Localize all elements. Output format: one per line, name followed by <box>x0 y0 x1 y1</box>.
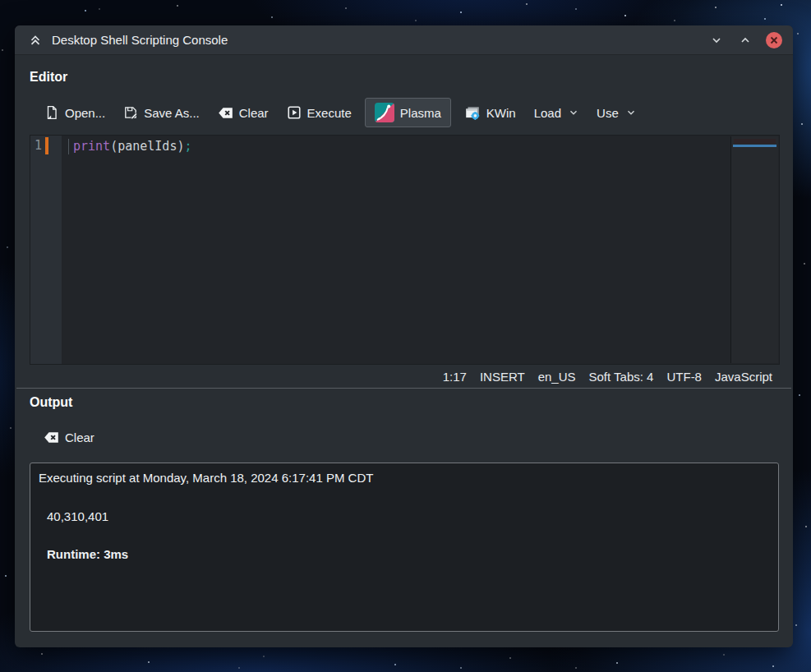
icon-border-line <box>68 139 69 154</box>
chevron-down-icon <box>569 108 578 117</box>
chevron-down-icon <box>626 108 636 117</box>
execute-button-label: Execute <box>307 106 352 120</box>
input-mode[interactable]: INSERT <box>480 370 525 384</box>
execute-button[interactable]: Execute <box>287 105 352 120</box>
use-menu-button[interactable]: Use <box>597 106 636 120</box>
open-button-label: Open... <box>65 106 105 120</box>
minimap-text-preview <box>734 139 776 144</box>
output-area[interactable]: Executing script at Monday, March 18, 20… <box>30 463 779 632</box>
window-title: Desktop Shell Scripting Console <box>52 33 707 47</box>
output-toolbar: Clear <box>44 426 94 448</box>
backspace-clear-icon <box>44 430 59 445</box>
run-play-icon <box>287 105 302 120</box>
document-open-icon <box>44 105 59 120</box>
code-token-paren: ) <box>177 137 184 155</box>
maximize-button[interactable] <box>736 31 754 49</box>
close-x-icon <box>765 31 783 49</box>
tab-settings[interactable]: Soft Tabs: 4 <box>589 370 654 384</box>
save-as-button[interactable]: Save As... <box>123 105 200 120</box>
chevron-down-icon <box>709 33 724 48</box>
window-content: Editor Open... <box>15 56 793 647</box>
scripting-console-window: Desktop Shell Scripting Console Editor <box>15 25 793 647</box>
minimize-button[interactable] <box>707 31 726 49</box>
double-chevron-up-icon <box>28 33 43 48</box>
open-button[interactable]: Open... <box>44 105 105 120</box>
minimap-visible-region <box>733 145 776 147</box>
code-token-semicolon: ; <box>184 137 191 155</box>
editor-statusbar: 1:17 INSERT en_US Soft Tabs: 4 UTF-8 Jav… <box>30 365 772 388</box>
window-controls <box>707 31 783 49</box>
language-mode[interactable]: JavaScript <box>715 370 772 384</box>
code-line: print(panelIds); <box>68 137 779 155</box>
starfield-wallpaper <box>0 0 2 2</box>
chevron-up-icon <box>738 33 753 48</box>
code-token-identifier: panelIds <box>118 137 177 155</box>
cursor-position[interactable]: 1:17 <box>443 370 467 384</box>
output-line-runtime: Runtime: 3ms <box>47 547 770 561</box>
plasma-toggle-button[interactable]: Plasma <box>365 98 451 127</box>
backspace-clear-icon <box>218 105 233 121</box>
encoding[interactable]: UTF-8 <box>666 370 702 384</box>
section-separator <box>16 388 791 389</box>
minimap-scrollbar[interactable] <box>730 136 778 363</box>
editor-toolbar: Open... Save As... <box>44 98 636 127</box>
code-token-keyword: print <box>73 137 110 155</box>
kwin-toggle-button[interactable]: KWin <box>464 104 516 121</box>
line-number-gutter: 1 <box>30 136 62 364</box>
load-menu-label: Load <box>534 106 561 120</box>
output-heading: Output <box>30 395 72 410</box>
document-save-as-icon <box>123 105 138 120</box>
titlebar[interactable]: Desktop Shell Scripting Console <box>15 25 793 55</box>
code-token-paren: ( <box>110 137 118 155</box>
load-menu-button[interactable]: Load <box>534 106 578 120</box>
kwin-toggle-label: KWin <box>486 106 516 120</box>
editor-heading: Editor <box>30 70 67 85</box>
code-editor[interactable]: 1 print(panelIds); <box>30 135 780 365</box>
modified-line-indicator <box>45 137 48 154</box>
output-clear-button[interactable]: Clear <box>44 430 94 445</box>
output-clear-label: Clear <box>65 430 94 444</box>
output-line-result: 40,310,401 <box>47 509 770 523</box>
use-menu-label: Use <box>597 106 619 120</box>
code-text-area[interactable]: print(panelIds); <box>62 136 779 364</box>
kwin-window-gear-icon <box>464 104 481 121</box>
line-number: 1 <box>35 138 42 153</box>
dictionary-locale[interactable]: en_US <box>538 370 576 384</box>
editor-clear-button[interactable]: Clear <box>218 105 269 121</box>
plasma-logo-icon <box>375 103 394 122</box>
plasma-toggle-label: Plasma <box>400 106 441 120</box>
close-button[interactable] <box>765 31 783 49</box>
editor-clear-button-label: Clear <box>239 106 269 120</box>
output-line-timestamp: Executing script at Monday, March 18, 20… <box>39 471 770 485</box>
save-as-button-label: Save As... <box>144 106 200 120</box>
